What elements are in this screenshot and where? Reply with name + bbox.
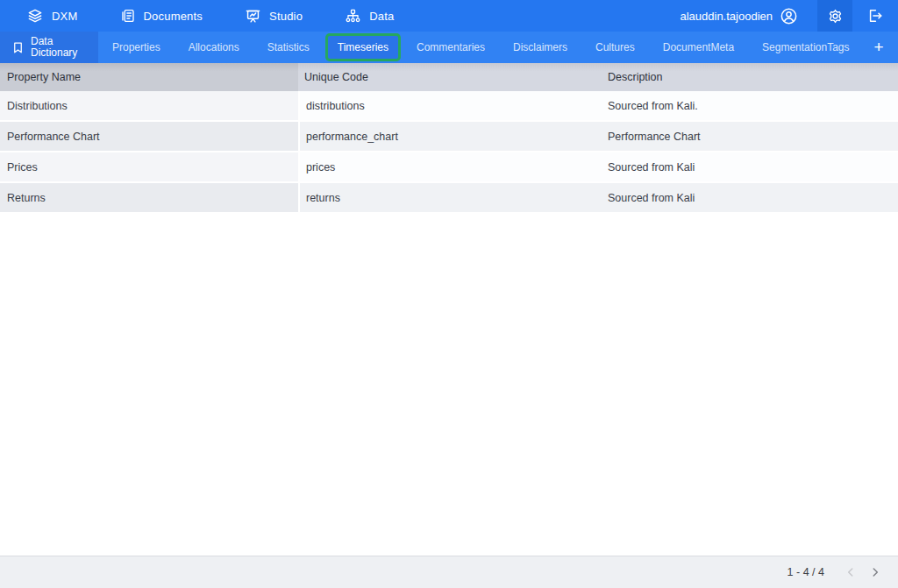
table-row[interactable]: Prices prices Sourced from Kali: [0, 152, 898, 181]
nav-label: Data: [369, 10, 394, 23]
cell-unique-code: returns: [300, 192, 602, 204]
tab-segmentationtags[interactable]: SegmentationTags: [752, 36, 859, 59]
column-header-unique-code[interactable]: Unique Code: [298, 71, 602, 83]
column-header-property-name[interactable]: Property Name: [0, 63, 298, 91]
timeseries-table: Property Name Unique Code Description Di…: [0, 63, 898, 214]
tab-cultures[interactable]: Cultures: [586, 36, 645, 59]
add-tab-button[interactable]: +: [867, 32, 891, 63]
tab-documentmeta[interactable]: DocumentMeta: [653, 36, 744, 59]
tab-allocations[interactable]: Allocations: [179, 36, 249, 59]
data-dictionary-section[interactable]: Data Dictionary: [0, 32, 98, 63]
cell-property-name: Performance Chart: [0, 122, 298, 151]
cell-description: Sourced from Kali.: [602, 100, 898, 112]
tab-commentaries[interactable]: Commentaries: [407, 36, 495, 59]
cell-property-name: Distributions: [0, 91, 298, 120]
logout-icon: [866, 7, 884, 25]
table-header-row: Property Name Unique Code Description: [0, 63, 898, 91]
pagination-footer: 1 - 4 / 4: [0, 556, 898, 588]
cell-property-name: Prices: [0, 152, 298, 181]
nav-item-dxm[interactable]: DXM: [26, 7, 78, 25]
bookmark-icon: [11, 41, 25, 54]
logout-button[interactable]: [852, 0, 898, 32]
nav-label: Studio: [269, 10, 303, 23]
cell-unique-code: performance_chart: [300, 131, 602, 143]
dictionary-tab-bar: Data Dictionary Properties Allocations S…: [0, 32, 898, 63]
data-icon: [345, 8, 361, 25]
studio-icon: [245, 8, 261, 25]
documents-icon: [120, 8, 136, 24]
table-row[interactable]: Distributions distributions Sourced from…: [0, 91, 898, 120]
nav-label: Documents: [144, 10, 203, 23]
cell-description: Sourced from Kali: [602, 161, 898, 174]
next-page-button[interactable]: [863, 560, 887, 584]
tab-properties[interactable]: Properties: [103, 36, 170, 59]
tab-timeseries[interactable]: Timeseries: [328, 36, 398, 59]
nav-item-data[interactable]: Data: [345, 8, 394, 25]
table-row[interactable]: Performance Chart performance_chart Perf…: [0, 122, 898, 151]
settings-button[interactable]: [817, 0, 852, 32]
gear-icon: [827, 8, 844, 25]
empty-content-area: [0, 214, 898, 556]
pagination-range-label: 1 - 4 / 4: [788, 566, 824, 578]
username-label: alauddin.tajoodien: [680, 10, 773, 23]
top-navigation-bar: DXM Documents Studio: [0, 0, 898, 32]
nav-item-studio[interactable]: Studio: [245, 8, 303, 25]
user-account-button[interactable]: alauddin.tajoodien: [680, 7, 798, 25]
nav-label: DXM: [52, 10, 78, 23]
cell-description: Sourced from Kali: [602, 192, 898, 204]
cell-unique-code: distributions: [300, 100, 602, 112]
table-row[interactable]: Returns returns Sourced from Kali: [0, 183, 898, 212]
tab-disclaimers[interactable]: Disclaimers: [503, 36, 577, 59]
nav-item-documents[interactable]: Documents: [120, 8, 203, 24]
previous-page-button[interactable]: [838, 560, 863, 584]
tab-statistics[interactable]: Statistics: [258, 36, 319, 59]
cell-unique-code: prices: [300, 161, 602, 174]
layers-icon: [26, 7, 44, 25]
section-title: Data Dictionary: [31, 36, 85, 59]
cell-description: Performance Chart: [602, 131, 898, 143]
cell-property-name: Returns: [0, 183, 298, 212]
column-header-description[interactable]: Description: [602, 71, 898, 83]
user-avatar-icon: [780, 7, 798, 25]
